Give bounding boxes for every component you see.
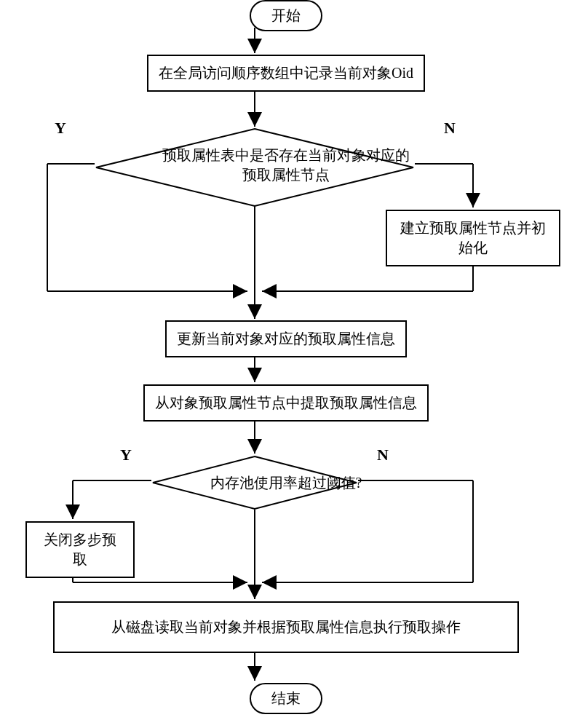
process-close-multistep-prefetch-label: 关闭多步预取: [44, 531, 116, 567]
decision1-line1: 预取属性表中是否存在当前对象对应的: [0, 146, 572, 165]
process-read-disk-execute-prefetch-label: 从磁盘读取当前对象并根据预取属性信息执行预取操作: [111, 619, 461, 635]
process-update-prefetch-info: 更新当前对象对应的预取属性信息: [165, 320, 407, 357]
end-label: 结束: [271, 690, 301, 706]
process-record-oid-label: 在全局访问顺序数组中记录当前对象Oid: [159, 65, 413, 81]
process-read-disk-execute-prefetch: 从磁盘读取当前对象并根据预取属性信息执行预取操作: [53, 601, 519, 653]
end-terminal: 结束: [250, 683, 322, 714]
process-close-multistep-prefetch: 关闭多步预取: [25, 521, 135, 578]
process-extract-prefetch-info: 从对象预取属性节点中提取预取属性信息: [143, 384, 429, 422]
process-record-oid: 在全局访问顺序数组中记录当前对象Oid: [147, 55, 425, 92]
decision1-yes-label: Y: [55, 119, 66, 138]
start-terminal: 开始: [250, 0, 322, 31]
decision2-label: 内存池使用率超过阈值?: [210, 475, 362, 491]
decision2-no-label: N: [377, 446, 389, 464]
process-update-prefetch-info-label: 更新当前对象对应的预取属性信息: [177, 331, 395, 347]
process-extract-prefetch-info-label: 从对象预取属性节点中提取预取属性信息: [155, 395, 417, 411]
decision2-text: 内存池使用率超过阈值?: [0, 473, 572, 493]
process-create-init-node-label: 建立预取属性节点并初始化: [400, 220, 546, 256]
decision2-yes-label: Y: [120, 446, 132, 464]
decision1-line2: 预取属性节点: [0, 165, 572, 185]
start-label: 开始: [271, 7, 301, 23]
process-create-init-node: 建立预取属性节点并初始化: [386, 210, 560, 266]
decision1-no-label: N: [444, 119, 456, 138]
decision1-text: 预取属性表中是否存在当前对象对应的 预取属性节点: [0, 146, 572, 185]
